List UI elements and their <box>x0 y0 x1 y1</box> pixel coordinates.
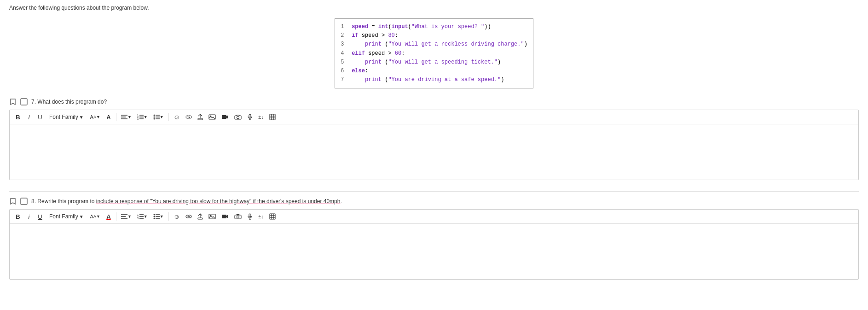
question-8-text: 8. Rewrite this program to include a res… <box>31 197 342 205</box>
italic-button-q8[interactable]: i <box>24 211 34 222</box>
svg-point-22 <box>237 117 239 119</box>
font-color-button-q7[interactable]: A <box>104 112 113 122</box>
code-block: 1 speed = int(input("What is your speed?… <box>335 18 533 88</box>
svg-point-45 <box>153 218 155 219</box>
svg-rect-31 <box>21 198 27 205</box>
svg-rect-0 <box>21 99 27 105</box>
font-size-button-q7[interactable]: AA ▼ <box>88 112 102 122</box>
code-line-5: 5 print ("You will get a speeding ticket… <box>341 58 527 67</box>
svg-rect-17 <box>198 118 203 120</box>
editor-toolbar-q8: B i U Font Family ▼ AA ▼ A ▼ 1. <box>10 210 858 224</box>
camera-button-q7[interactable] <box>232 112 243 122</box>
code-line-2: 2 if speed > 80: <box>341 31 527 40</box>
line-num: 1 <box>341 23 348 31</box>
svg-rect-51 <box>222 215 226 218</box>
svg-rect-57 <box>270 214 275 219</box>
sep1-q7 <box>116 113 116 121</box>
editor-toolbar-q7: B i U Font Family ▼ AA ▼ A ▼ 1. <box>10 110 858 124</box>
link-button-q8[interactable] <box>184 211 194 222</box>
checkbox-q7[interactable] <box>20 98 28 105</box>
table-button-q8[interactable] <box>267 211 278 222</box>
underline-button-q7[interactable]: U <box>35 112 45 122</box>
svg-point-53 <box>237 216 239 218</box>
editor-body-q7[interactable] <box>10 124 858 180</box>
link-button-q7[interactable] <box>184 112 194 122</box>
code-line-4: 4 elif speed > 60: <box>341 49 527 58</box>
bold-button-q7[interactable]: B <box>13 112 23 122</box>
video-button-q8[interactable] <box>220 211 231 222</box>
code-container: 1 speed = int(input("What is your speed?… <box>9 18 859 88</box>
image-button-q7[interactable] <box>207 112 218 122</box>
svg-point-14 <box>153 118 155 120</box>
sep2-q8 <box>168 212 169 221</box>
image-button-q8[interactable] <box>207 211 218 222</box>
italic-button-q7[interactable]: i <box>24 112 34 122</box>
video-button-q7[interactable] <box>220 112 231 122</box>
svg-rect-48 <box>198 218 203 219</box>
list-unordered-button-q8[interactable]: ▼ <box>151 211 166 222</box>
code-line-1: 1 speed = int(input("What is your speed?… <box>341 23 527 31</box>
svg-rect-20 <box>222 115 226 119</box>
list-ordered-button-q8[interactable]: 1. 2. 3. ▼ <box>135 211 150 222</box>
page-header: Answer the following questions about the… <box>9 5 859 11</box>
emoji-button-q8[interactable]: ☺ <box>172 211 182 222</box>
svg-text:3.: 3. <box>137 217 139 219</box>
question-8-row: 8. Rewrite this program to include a res… <box>9 197 859 205</box>
code-line-3: 3 print ("You will get a reckless drivin… <box>341 40 527 49</box>
font-family-button-q8[interactable]: Font Family ▼ <box>46 211 87 222</box>
question-7-row: 7. What does this program do? <box>9 98 859 106</box>
list-unordered-button-q7[interactable]: ▼ <box>151 112 166 122</box>
editor-body-q8[interactable] <box>10 224 858 279</box>
bold-button-q8[interactable]: B <box>13 211 23 222</box>
editor-q8: B i U Font Family ▼ AA ▼ A ▼ 1. <box>9 209 859 280</box>
code-line-7: 7 print ("You are driving at a safe spee… <box>341 76 527 84</box>
svg-point-41 <box>153 214 155 216</box>
question-7-text: 7. What does this program do? <box>31 98 107 106</box>
attach-button-q7[interactable] <box>196 112 205 122</box>
sep2-q7 <box>168 113 169 121</box>
underline-button-q8[interactable]: U <box>35 211 45 222</box>
bookmark-icon-q8[interactable] <box>9 198 17 205</box>
attach-button-q8[interactable] <box>196 211 205 222</box>
svg-rect-26 <box>270 114 275 120</box>
align-button-q7[interactable]: ▼ <box>119 112 133 122</box>
mic-button-q8[interactable] <box>245 211 255 222</box>
svg-text:3.: 3. <box>137 117 139 120</box>
svg-point-10 <box>153 115 155 116</box>
table-button-q7[interactable] <box>267 112 278 122</box>
more-button-q7[interactable]: ±↓ <box>256 112 266 122</box>
more-button-q8[interactable]: ±↓ <box>256 211 266 222</box>
font-family-button-q7[interactable]: Font Family ▼ <box>46 112 87 122</box>
svg-rect-23 <box>249 114 251 117</box>
list-ordered-button-q7[interactable]: 1. 2. 3. ▼ <box>135 112 150 122</box>
code-line-6: 6 else: <box>341 67 527 76</box>
font-color-button-q8[interactable]: A <box>104 211 113 222</box>
svg-point-12 <box>153 117 155 118</box>
camera-button-q8[interactable] <box>232 211 243 222</box>
font-size-button-q8[interactable]: AA ▼ <box>88 211 102 222</box>
emoji-button-q7[interactable]: ☺ <box>172 112 182 122</box>
svg-point-43 <box>153 216 155 217</box>
bookmark-icon-q7[interactable] <box>9 98 17 105</box>
sep1-q8 <box>116 212 116 221</box>
editor-q7: B i U Font Family ▼ AA ▼ A ▼ 1. <box>9 110 859 180</box>
divider <box>9 191 859 192</box>
align-button-q8[interactable]: ▼ <box>119 211 133 222</box>
svg-rect-54 <box>249 214 251 217</box>
mic-button-q7[interactable] <box>245 112 255 122</box>
checkbox-q8[interactable] <box>20 198 28 205</box>
